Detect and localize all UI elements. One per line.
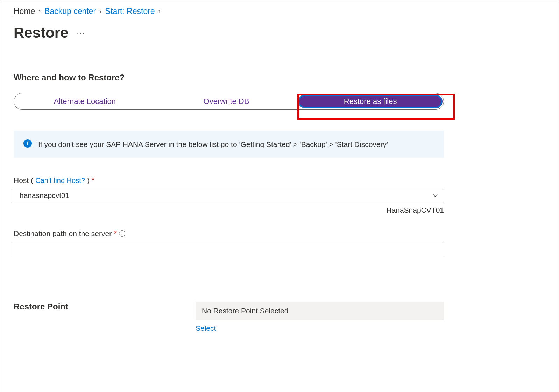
breadcrumb-home[interactable]: Home	[14, 7, 35, 16]
breadcrumb-start-restore[interactable]: Start: Restore	[105, 7, 155, 16]
host-dropdown-value: hanasnapcvt01	[20, 191, 69, 200]
breadcrumb: Home › Backup center › Start: Restore ›	[14, 7, 545, 16]
required-asterisk: *	[114, 229, 117, 238]
chevron-right-icon: ›	[158, 7, 161, 15]
page-title-row: Restore ···	[14, 24, 545, 41]
info-banner: i If you don't see your SAP HANA Server …	[14, 131, 444, 158]
info-tooltip-icon[interactable]: i	[119, 230, 125, 237]
section-title-where-how: Where and how to Restore?	[14, 73, 545, 83]
required-asterisk: *	[92, 176, 95, 185]
restore-point-label: Restore Point	[14, 302, 182, 333]
restore-point-section: Restore Point No Restore Point Selected …	[14, 302, 444, 333]
info-banner-text: If you don't see your SAP HANA Server in…	[38, 139, 388, 149]
destination-label: Destination path on the server * i	[14, 229, 444, 238]
destination-input[interactable]	[14, 241, 444, 256]
host-field-group: Host (Can't find Host?) * hanasnapcvt01 …	[14, 176, 444, 214]
pill-overwrite-db[interactable]: Overwrite DB	[156, 93, 297, 109]
page-title: Restore	[14, 24, 68, 41]
host-label-text: Host	[14, 176, 29, 185]
breadcrumb-backup-center[interactable]: Backup center	[44, 7, 96, 16]
destination-field-group: Destination path on the server * i	[14, 229, 444, 256]
pill-restore-as-files[interactable]: Restore as files	[298, 95, 442, 108]
restore-type-selector: Alternate Location Overwrite DB Restore …	[14, 93, 444, 110]
chevron-right-icon: ›	[99, 7, 102, 15]
chevron-right-icon: ›	[38, 7, 41, 15]
host-help-open-paren: (	[31, 176, 33, 185]
destination-label-text: Destination path on the server	[14, 229, 112, 238]
host-hint: HanaSnapCVT01	[14, 206, 444, 214]
host-dropdown[interactable]: hanasnapcvt01	[14, 188, 444, 203]
restore-point-value: No Restore Point Selected	[196, 302, 444, 320]
chevron-down-icon	[432, 193, 438, 198]
host-label: Host (Can't find Host?) *	[14, 176, 444, 185]
info-icon: i	[23, 139, 32, 148]
more-actions-icon[interactable]: ···	[77, 28, 85, 37]
host-help-link[interactable]: Can't find Host?	[35, 177, 85, 185]
pill-alternate-location[interactable]: Alternate Location	[14, 93, 156, 109]
restore-point-select-link[interactable]: Select	[196, 324, 216, 332]
host-help-close-paren: )	[87, 176, 90, 185]
